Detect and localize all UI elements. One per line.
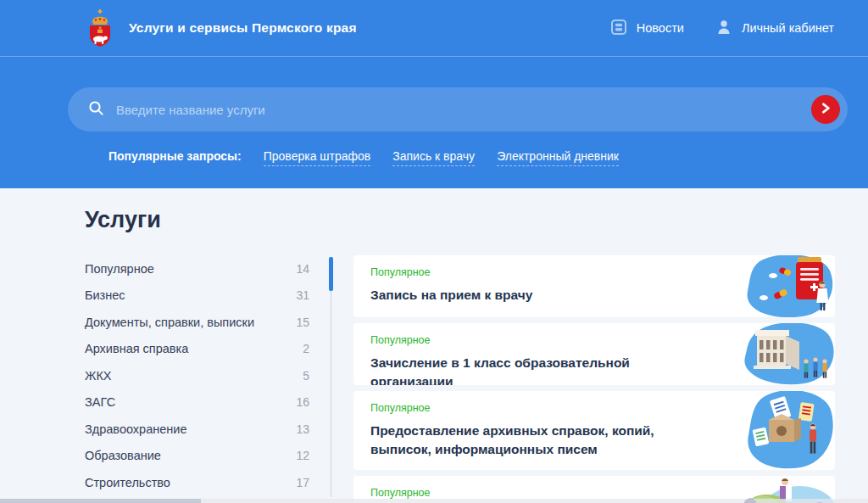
card-title: Запись на прием к врачу <box>370 286 708 305</box>
search-bar <box>68 87 848 131</box>
main-content: Услуги Популярное 14 Бизнес 31 Документы… <box>0 188 868 503</box>
news-label: Новости <box>637 21 684 35</box>
service-card-archive-certificates[interactable]: Популярное Предоставление архивных справ… <box>353 391 835 470</box>
sidebar-item-health[interactable]: Здравоохранение 13 <box>85 416 309 443</box>
top-header: Услуги и сервисы Пермского края Новости … <box>0 0 868 57</box>
category-count: 16 <box>296 395 309 409</box>
card-title: Зачисление в 1 класс образовательной орг… <box>370 354 708 385</box>
personal-account-label: Личный кабинет <box>742 21 834 35</box>
card-tag: Популярное <box>370 266 708 278</box>
site-title: Услуги и сервисы Пермского края <box>129 20 357 36</box>
category-count: 2 <box>303 342 309 355</box>
category-count: 17 <box>296 476 309 489</box>
medicine-illustration <box>725 255 835 317</box>
sidebar-item-education[interactable]: Образование 12 <box>85 443 309 470</box>
arrow-right-icon <box>820 102 832 117</box>
archive-illustration <box>725 391 835 470</box>
sidebar-item-archive[interactable]: Архивная справка 2 <box>85 336 309 363</box>
news-icon <box>609 18 628 39</box>
search-input[interactable] <box>116 103 811 117</box>
sidebar-item-zags[interactable]: ЗАГС 16 <box>85 389 309 416</box>
card-tag: Популярное <box>370 402 708 414</box>
service-card-doctor-appointment[interactable]: Популярное Запись на прием к врачу <box>353 255 835 317</box>
perm-coat-of-arms-logo <box>85 8 115 48</box>
category-count: 13 <box>296 422 309 436</box>
popular-link-doctor[interactable]: Запись к врачу <box>392 149 475 166</box>
service-card-school-enrollment[interactable]: Популярное Зачисление в 1 класс образова… <box>353 323 835 385</box>
search-icon <box>88 100 104 120</box>
header-nav: Новости Личный кабинет <box>609 18 834 39</box>
page-title: Услуги <box>85 207 868 233</box>
category-count: 12 <box>296 449 309 462</box>
card-tag: Популярное <box>370 334 708 346</box>
category-sidebar: Популярное 14 Бизнес 31 Документы, справ… <box>85 255 309 503</box>
category-count: 14 <box>296 262 309 276</box>
news-link[interactable]: Новости <box>609 18 684 39</box>
user-icon <box>715 18 733 39</box>
search-hero: Популярные запросы: Проверка штрафов Зап… <box>0 57 868 188</box>
category-count: 15 <box>296 316 309 329</box>
popular-link-fines[interactable]: Проверка штрафов <box>264 149 371 166</box>
horizontal-scrollbar-thumb[interactable] <box>0 499 201 503</box>
search-submit-button[interactable] <box>811 95 840 124</box>
sidebar-scroll-track <box>330 257 332 497</box>
service-cards-list: Популярное Запись на прием к врачу <box>353 255 835 503</box>
sidebar-active-indicator <box>329 257 333 291</box>
sidebar-item-housing[interactable]: ЖКХ 5 <box>85 362 309 389</box>
school-illustration <box>725 323 835 385</box>
category-count: 5 <box>303 369 309 383</box>
sidebar-item-popular[interactable]: Популярное 14 <box>85 255 309 282</box>
card-tag: Популярное <box>370 487 708 499</box>
horizontal-scrollbar[interactable] <box>0 499 868 503</box>
popular-queries-label: Популярные запросы: <box>108 149 242 163</box>
category-count: 31 <box>296 288 309 302</box>
sidebar-item-documents[interactable]: Документы, справки, выписки 15 <box>85 309 309 336</box>
card-title: Предоставление архивных справок, копий, … <box>370 422 708 460</box>
popular-queries: Популярные запросы: Проверка штрафов Зап… <box>68 149 868 166</box>
popular-link-diary[interactable]: Электронный дневник <box>497 149 619 166</box>
sidebar-item-business[interactable]: Бизнес 31 <box>85 282 309 310</box>
personal-account-link[interactable]: Личный кабинет <box>715 18 834 39</box>
sidebar-item-construction[interactable]: Строительство 17 <box>85 469 309 496</box>
